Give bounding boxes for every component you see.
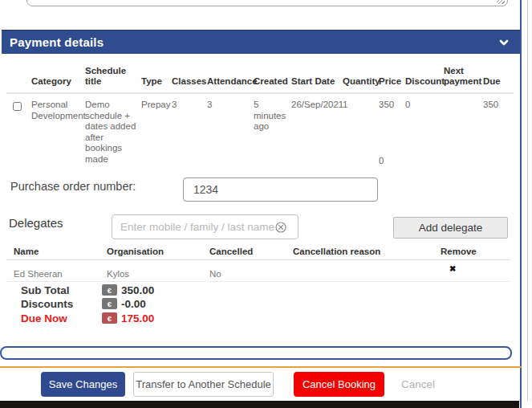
cell-next-payment — [444, 98, 483, 165]
remove-delegate-icon[interactable]: ✖ — [449, 264, 456, 273]
cell-attendance: 3 — [207, 98, 254, 165]
due-now-value: 175.00 — [121, 312, 154, 324]
panel-right-border — [520, 0, 522, 408]
discounts-label: Discounts — [21, 298, 73, 310]
payment-table-row: Personal Development Demo schedule + dat… — [0, 98, 520, 165]
dt-col-remove: Remove — [441, 247, 477, 256]
delegates-label: Delegates — [9, 216, 63, 230]
purchase-order-input[interactable] — [183, 177, 378, 202]
dt-col-cancellation-reason: Cancellation reason — [293, 247, 380, 256]
add-delegate-button[interactable]: Add delegate — [393, 217, 508, 239]
cell-type: Prepay — [141, 98, 172, 165]
cell-due: 350 — [483, 98, 515, 165]
cell-discount: 0 — [405, 98, 444, 165]
cell-quantity: 1 — [343, 98, 379, 165]
panel-bottom-cap — [0, 346, 512, 360]
booking-payment-panel: Payment details Category Schedule title … — [0, 0, 532, 408]
chevron-down-icon[interactable] — [499, 38, 509, 47]
delegate-name: Ed Sheeran — [14, 269, 63, 279]
currency-badge: € — [102, 298, 117, 309]
taskbar-strip — [0, 401, 519, 408]
discounts-row: Discounts € -0.00 — [0, 298, 321, 310]
footer-divider — [0, 366, 522, 368]
clear-search-icon[interactable] — [275, 222, 286, 233]
cancel-booking-button[interactable]: Cancel Booking — [294, 372, 384, 397]
currency-badge: € — [102, 284, 117, 296]
subtotal-row: Sub Total € 350.00 — [0, 284, 321, 296]
delegate-organisation: Kylos — [107, 269, 129, 279]
table-header-divider — [6, 92, 514, 94]
cell-created: 5 minutes ago — [254, 98, 291, 165]
subtotal-value: 350.00 — [121, 284, 154, 296]
col-due: Due — [483, 76, 515, 92]
col-attendance: Attendance — [207, 76, 254, 92]
dt-col-name: Name — [14, 247, 39, 256]
due-now-row: Due Now € 175.00 — [0, 312, 321, 324]
row-checkbox[interactable] — [13, 102, 22, 111]
currency-badge: € — [102, 312, 117, 324]
col-next-payment: Next payment — [444, 66, 483, 92]
discounts-value: -0.00 — [121, 298, 146, 310]
delegate-search-input[interactable] — [112, 214, 298, 239]
cell-price: 350 — [379, 98, 405, 165]
col-schedule-title: Schedule title — [85, 66, 141, 92]
scrollbar-track-line — [527, 0, 528, 401]
price-column-total: 0 — [379, 156, 384, 165]
col-category: Category — [31, 76, 85, 92]
delegates-header-divider — [6, 259, 510, 260]
dt-col-organisation: Organisation — [107, 247, 164, 256]
purchase-order-label: Purchase order number: — [10, 180, 136, 193]
save-changes-button[interactable]: Save Changes — [41, 372, 125, 397]
payment-table-header: Category Schedule title Type Classes Att… — [0, 66, 520, 92]
cell-schedule-title: Demo schedule + dates added after bookin… — [85, 98, 141, 165]
delegates-row-divider — [6, 281, 510, 282]
cell-category: Personal Development — [31, 98, 85, 165]
col-quantity: Quantity — [343, 76, 379, 92]
cell-classes: 3 — [172, 98, 207, 165]
resize-grip-icon[interactable] — [497, 0, 505, 4]
cell-start-date: 26/Sep/2021 — [291, 98, 343, 165]
notes-textarea[interactable] — [26, 0, 508, 6]
payment-details-title: Payment details — [2, 35, 104, 49]
header-spacer — [13, 86, 31, 92]
payment-details-header[interactable]: Payment details — [2, 30, 520, 54]
col-classes: Classes — [172, 76, 207, 92]
col-discount: Discount — [405, 76, 444, 92]
delegate-cancelled: No — [209, 269, 221, 279]
col-type: Type — [141, 76, 172, 92]
col-created: Created — [254, 76, 291, 92]
transfer-schedule-button[interactable]: Transfer to Another Schedule — [133, 372, 274, 397]
due-now-label: Due Now — [21, 312, 67, 324]
dt-col-cancelled: Cancelled — [209, 247, 253, 256]
subtotal-label: Sub Total — [21, 284, 70, 296]
cancel-button[interactable]: Cancel — [391, 372, 445, 397]
col-start-date: Start Date — [291, 76, 343, 92]
col-price: Price — [379, 76, 405, 92]
